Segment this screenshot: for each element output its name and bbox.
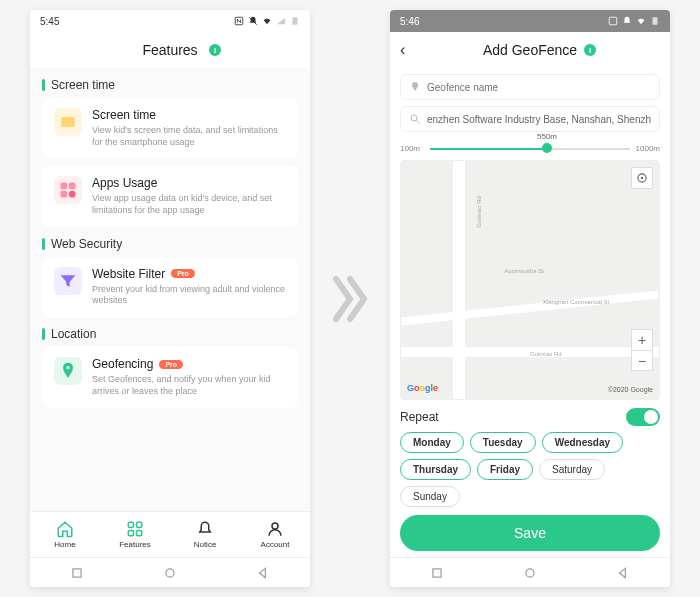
section-web-security: Web Security [42,237,298,251]
card-apps-usage[interactable]: Apps Usage View app usage data on kid's … [42,166,298,226]
recent-apps-key[interactable] [70,566,84,580]
zoom-control: + − [631,329,653,371]
bell-off-icon [248,16,258,26]
chip-monday[interactable]: Monday [400,432,464,453]
content: 100m 550m 1000m Guimiao Rd Xiangnan Comm… [390,68,670,557]
page-title: Features [142,42,197,58]
status-bar: 5:46 [390,10,670,32]
status-bar: 5:45 [30,10,310,32]
status-time: 5:46 [400,16,419,27]
home-key[interactable] [523,566,537,580]
card-website-filter[interactable]: Website Filter Pro Prevent your kid from… [42,257,298,317]
geofence-name-input[interactable] [427,82,651,93]
nav-account[interactable]: Account [240,512,310,557]
map-copyright: ©2020 Google [608,386,653,393]
chip-saturday[interactable]: Saturday [539,459,605,480]
save-button[interactable]: Save [400,515,660,551]
map[interactable]: Guimiao Rd Xiangnan Commercial St Guimia… [400,160,660,400]
svg-rect-3 [61,117,74,127]
svg-point-15 [166,568,174,576]
zoom-in-button[interactable]: + [632,330,652,350]
card-desc: View kid's screen time data, and set lim… [92,125,286,148]
filter-icon [54,267,82,295]
nfc-icon [234,16,244,26]
card-desc: Set Geofences, and notify you when your … [92,374,286,397]
status-icons [234,16,300,26]
section-location: Location [42,327,298,341]
card-title: Apps Usage [92,176,286,190]
geofence-address-row[interactable] [400,106,660,132]
wifi-icon [262,16,272,26]
nav-home[interactable]: Home [30,512,100,557]
day-chips: Monday Tuesday Wednesday Thursday Friday… [400,432,660,507]
chip-friday[interactable]: Friday [477,459,533,480]
svg-rect-12 [137,531,142,536]
card-screen-time[interactable]: Screen time View kid's screen time data,… [42,98,298,158]
card-geofencing[interactable]: Geofencing Pro Set Geofences, and notify… [42,347,298,407]
svg-rect-10 [137,522,142,527]
grid-icon [126,520,144,538]
geofence-name-row[interactable] [400,74,660,100]
bell-off-icon [622,16,632,26]
back-key[interactable] [256,566,270,580]
svg-rect-9 [128,522,133,527]
svg-point-18 [411,115,417,121]
pro-badge: Pro [159,360,183,369]
apps-usage-icon [54,176,82,204]
nav-features[interactable]: Features [100,512,170,557]
chip-sunday[interactable]: Sunday [400,486,460,507]
svg-rect-11 [128,531,133,536]
recent-apps-key[interactable] [430,566,444,580]
zoom-out-button[interactable]: − [632,350,652,370]
header: ‹ Add GeoFence i [390,32,670,68]
google-logo: Google [407,383,438,393]
repeat-toggle[interactable] [626,408,660,426]
svg-rect-22 [433,568,441,576]
svg-rect-5 [69,183,76,190]
repeat-label: Repeat [400,410,439,424]
search-icon [409,113,421,125]
locate-button[interactable] [631,167,653,189]
pin-icon [409,81,421,93]
svg-rect-17 [653,17,658,25]
user-icon [266,520,284,538]
svg-point-13 [272,523,278,529]
signal-icon [276,16,286,26]
svg-rect-16 [609,17,617,25]
android-softkeys [30,557,310,587]
android-softkeys [390,557,670,587]
wifi-icon [636,16,646,26]
status-icons [608,16,660,26]
chip-wednesday[interactable]: Wednesday [542,432,623,453]
home-key[interactable] [163,566,177,580]
features-screen: 5:45 Features i Screen time Screen time … [30,10,310,587]
nav-notice[interactable]: Notice [170,512,240,557]
radius-slider[interactable]: 100m 550m 1000m [400,138,660,158]
svg-rect-6 [61,191,68,198]
back-button[interactable]: ‹ [400,41,405,59]
back-key[interactable] [616,566,630,580]
header: Features i [30,32,310,68]
chip-tuesday[interactable]: Tuesday [470,432,536,453]
svg-point-8 [66,366,69,369]
slider-value: 550m [537,132,557,141]
svg-point-21 [641,177,643,179]
section-screen-time: Screen time [42,78,298,92]
geofence-address-input[interactable] [427,114,651,125]
info-icon[interactable]: i [209,44,221,56]
slider-thumb[interactable] [542,143,552,153]
svg-line-19 [417,121,420,124]
chevron-right-icon [330,269,370,329]
info-icon[interactable]: i [584,44,596,56]
card-title: Website Filter Pro [92,267,286,281]
status-time: 5:45 [40,16,59,27]
battery-icon [650,16,660,26]
svg-point-23 [526,568,534,576]
slider-min: 100m [400,144,420,153]
flow-arrow [330,269,370,329]
bell-icon [196,520,214,538]
chip-thursday[interactable]: Thursday [400,459,471,480]
svg-rect-2 [293,17,298,25]
content-scroll[interactable]: Screen time Screen time View kid's scree… [30,68,310,511]
slider-max: 1000m [636,144,660,153]
